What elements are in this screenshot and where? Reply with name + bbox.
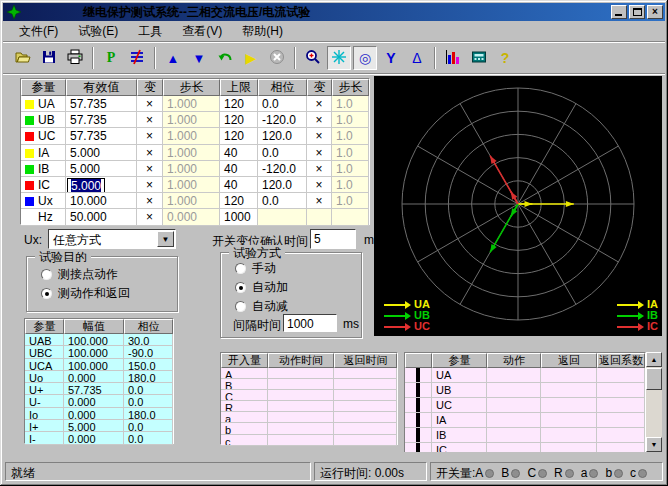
channel-vary2-cell[interactable]: × — [307, 145, 332, 161]
close-button[interactable]: × — [647, 5, 663, 19]
channel-step-cell[interactable]: 0.000 — [163, 209, 220, 225]
channel-vary-cell[interactable]: × — [137, 145, 163, 161]
channel-step-cell[interactable]: 1.000 — [163, 145, 220, 161]
start-test-button[interactable]: ▶ — [239, 46, 263, 70]
channel-step2-cell[interactable]: 1.0 — [332, 112, 369, 128]
result-checkbox-cell[interactable] — [405, 368, 432, 383]
channel-phase-cell[interactable]: -120.0 — [258, 161, 307, 177]
channel-limit-cell[interactable]: 120 — [220, 193, 258, 209]
channel-step-cell[interactable]: 1.000 — [163, 177, 220, 193]
channel-vary2-cell[interactable]: × — [307, 193, 332, 209]
result-checkbox-cell[interactable] — [405, 428, 432, 443]
test-purpose-option[interactable]: 测接点动作 — [41, 265, 177, 284]
test-mode-option[interactable]: 自动加 — [235, 278, 361, 297]
channel-limit-cell[interactable]: 40 — [220, 161, 258, 177]
channel-step2-cell[interactable]: 1.0 — [332, 128, 369, 144]
channel-vary-cell[interactable]: × — [137, 112, 163, 128]
channel-phase-cell[interactable]: 0.0 — [258, 193, 307, 209]
channel-step2-cell[interactable]: 1.0 — [332, 96, 369, 112]
menu-test[interactable]: 试验(E) — [68, 21, 128, 43]
ux-mode-select[interactable]: 任意方式 ▼ — [48, 229, 176, 249]
channel-phase-cell[interactable]: 120.0 — [258, 128, 307, 144]
channel-vary2-cell[interactable]: × — [307, 112, 332, 128]
channel-limit-cell[interactable]: 40 — [220, 177, 258, 193]
waveform-chart-button[interactable] — [441, 46, 465, 70]
channel-limit-cell[interactable]: 1000 — [220, 209, 258, 225]
chevron-down-icon[interactable]: ▼ — [157, 231, 174, 247]
channel-vary2-cell[interactable]: × — [307, 177, 332, 193]
stop-test-button[interactable] — [265, 46, 289, 70]
radio-button-icon[interactable] — [235, 301, 246, 312]
scroll-up-icon[interactable]: ▲ — [646, 352, 662, 367]
channel-phase-cell[interactable]: 0.0 — [258, 145, 307, 161]
channel-vary2-cell[interactable]: × — [307, 96, 332, 112]
p-parameter-button[interactable]: P — [99, 46, 123, 70]
channel-vary-cell[interactable]: × — [137, 209, 163, 225]
channel-value-cell[interactable]: 10.000 — [66, 193, 137, 209]
channel-value-cell[interactable]: 50.000 — [66, 209, 137, 225]
checkbox-icon[interactable] — [416, 428, 420, 443]
harmonic-button[interactable] — [125, 46, 149, 70]
open-file-button[interactable] — [11, 46, 35, 70]
channel-vary-cell[interactable]: × — [137, 161, 163, 177]
zoom-button[interactable] — [301, 46, 325, 70]
channel-vary-cell[interactable]: × — [137, 128, 163, 144]
channel-step-cell[interactable]: 1.000 — [163, 96, 220, 112]
menu-view[interactable]: 查看(V) — [172, 21, 232, 43]
channel-vary-cell[interactable]: × — [137, 96, 163, 112]
channel-limit-cell[interactable]: 40 — [220, 145, 258, 161]
step-up-button[interactable]: ▲ — [161, 46, 185, 70]
result-checkbox-cell[interactable] — [405, 443, 432, 452]
scrollbar-thumb[interactable] — [646, 368, 662, 390]
save-file-button[interactable] — [37, 46, 61, 70]
channel-step-cell[interactable]: 1.000 — [163, 161, 220, 177]
crosshair-view-button[interactable] — [327, 46, 351, 70]
scroll-down-icon[interactable]: ▼ — [646, 437, 662, 452]
channel-step2-cell[interactable]: 1.0 — [332, 161, 369, 177]
channel-step-cell[interactable]: 1.000 — [163, 193, 220, 209]
checkbox-icon[interactable] — [416, 398, 420, 413]
channel-limit-cell[interactable]: 120 — [220, 96, 258, 112]
help-button[interactable]: ? — [493, 46, 517, 70]
maximize-button[interactable] — [629, 5, 645, 19]
channel-phase-cell[interactable]: -120.0 — [258, 112, 307, 128]
channel-step2-cell[interactable]: 1.0 — [332, 177, 369, 193]
radio-button-icon[interactable] — [235, 282, 246, 293]
radio-button-icon[interactable] — [41, 288, 52, 299]
checkbox-icon[interactable] — [416, 368, 420, 383]
confirm-time-input[interactable]: 5 — [310, 229, 356, 249]
channel-step2-cell[interactable]: 1.0 — [332, 145, 369, 161]
checkbox-icon[interactable] — [416, 413, 420, 428]
result-checkbox-cell[interactable] — [405, 398, 432, 413]
revert-button[interactable] — [213, 46, 237, 70]
checkbox-icon[interactable] — [416, 443, 420, 452]
channel-value-cell[interactable]: 57.735 — [66, 96, 137, 112]
channel-phase-cell[interactable]: 0.0 — [258, 96, 307, 112]
vertical-scrollbar[interactable]: ▲ ▼ — [646, 352, 662, 452]
channel-step-cell[interactable]: 1.000 — [163, 112, 220, 128]
step-down-button[interactable]: ▼ — [187, 46, 211, 70]
result-checkbox-cell[interactable] — [405, 413, 432, 428]
interval-input[interactable]: 1000 — [283, 314, 337, 332]
channel-step2-cell[interactable]: 1.0 — [332, 193, 369, 209]
channel-value-cell[interactable]: 5.000 — [66, 177, 137, 193]
value-edit-box[interactable]: 5.000 — [67, 178, 105, 193]
channel-value-cell[interactable]: 57.735 — [66, 112, 137, 128]
radio-button-icon[interactable] — [41, 269, 52, 280]
channel-step-cell[interactable]: 1.000 — [163, 128, 220, 144]
menu-file[interactable]: 文件(F) — [9, 21, 68, 43]
checkbox-icon[interactable] — [416, 383, 420, 398]
channel-vary2-cell[interactable]: × — [307, 128, 332, 144]
test-purpose-option[interactable]: 测动作和返回 — [41, 284, 177, 303]
polar-view-button[interactable]: ◎ — [353, 46, 377, 70]
wye-connection-button[interactable]: Y — [379, 46, 403, 70]
menu-help[interactable]: 帮助(H) — [232, 21, 293, 43]
result-checkbox-cell[interactable] — [405, 383, 432, 398]
channel-limit-cell[interactable]: 120 — [220, 128, 258, 144]
channel-limit-cell[interactable]: 120 — [220, 112, 258, 128]
channel-vary-cell[interactable]: × — [137, 177, 163, 193]
channel-vary2-cell[interactable]: × — [307, 161, 332, 177]
channel-vary-cell[interactable]: × — [137, 193, 163, 209]
channel-value-cell[interactable]: 5.000 — [66, 161, 137, 177]
menu-tools[interactable]: 工具 — [128, 21, 172, 43]
